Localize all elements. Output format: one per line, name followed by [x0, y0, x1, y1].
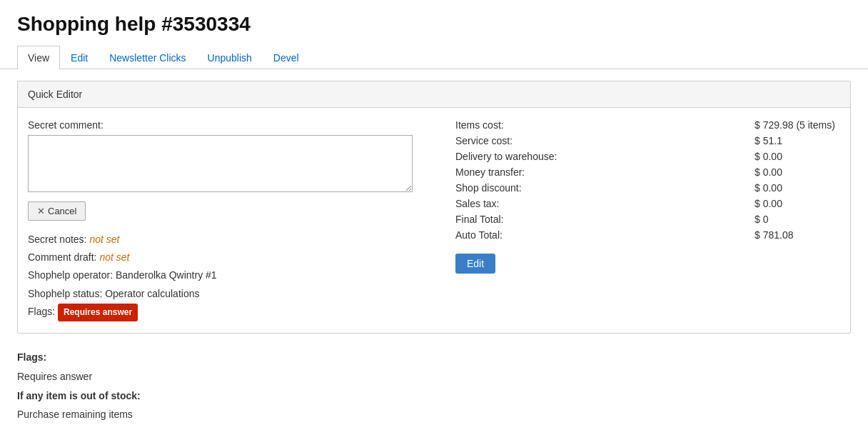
cost-value-sales-tax: $ 0.00 [755, 198, 840, 209]
cost-value-money: $ 0.00 [755, 166, 840, 178]
cancel-button[interactable]: ✕ Cancel [28, 201, 86, 221]
cancel-button-wrapper: ✕ Cancel [28, 194, 413, 221]
cost-value-items: $ 729.98 (5 items) [755, 119, 840, 131]
cost-row-delivery: Delivery to warehouse: $ 0.00 [455, 151, 840, 162]
cost-label-delivery: Delivery to warehouse: [455, 151, 755, 162]
cost-row-sales-tax: Sales tax: $ 0.00 [455, 198, 840, 209]
secret-notes-row: Secret notes: not set [28, 231, 413, 249]
tab-unpublish[interactable]: Unpublish [197, 46, 263, 69]
flags-heading: Flags: [17, 351, 46, 363]
cost-label-final: Final Total: [455, 214, 755, 225]
comment-draft-label: Comment draft: [28, 251, 96, 263]
shophelp-operator-value: Banderolka Qwintry #1 [116, 269, 217, 281]
quick-editor-panel: Quick Editor Secret comment: ✕ Cancel Se… [17, 81, 851, 334]
cost-row-discount: Shop discount: $ 0.00 [455, 182, 840, 194]
cost-row-final: Final Total: $ 0 [455, 214, 840, 225]
below-editor: Flags: Requires answer If any item is ou… [0, 345, 868, 430]
cost-row-items: Items cost: $ 729.98 (5 items) [455, 119, 840, 131]
cost-row-service: Service cost: $ 51.1 [455, 135, 840, 146]
shophelp-operator-row: Shophelp operator: Banderolka Qwintry #1 [28, 266, 413, 284]
cost-label-service: Service cost: [455, 135, 755, 146]
flags-label: Flags: [28, 306, 55, 317]
cost-value-service: $ 51.1 [755, 135, 840, 146]
cancel-label: Cancel [48, 206, 76, 216]
shophelp-status-label: Shophelp status: [28, 288, 102, 299]
quick-editor-title: Quick Editor [18, 81, 850, 108]
edit-button[interactable]: Edit [455, 254, 495, 274]
cost-value-delivery: $ 0.00 [755, 151, 840, 162]
cost-table: Items cost: $ 729.98 (5 items) Service c… [455, 119, 840, 241]
cost-label-money: Money transfer: [455, 166, 755, 178]
flags-section: Flags: [17, 348, 851, 367]
flags-row: Flags: Requires answer [28, 303, 413, 322]
secret-notes-value[interactable]: not set [89, 234, 119, 245]
secret-notes-label: Secret notes: [28, 234, 87, 245]
comment-draft-value[interactable]: not set [99, 251, 129, 263]
shophelp-status-value: Operator calculations [105, 288, 199, 299]
x-icon: ✕ [37, 206, 45, 216]
cost-label-sales-tax: Sales tax: [455, 198, 755, 209]
flags-value: Requires answer [17, 367, 851, 386]
page-title: Shopping help #3530334 [0, 0, 868, 46]
comment-draft-row: Comment draft: not set [28, 249, 413, 266]
cost-label-auto: Auto Total: [455, 229, 755, 241]
cost-label-items: Items cost: [455, 119, 755, 131]
secret-comment-input[interactable] [28, 135, 413, 192]
meta-info: Secret notes: not set Comment draft: not… [28, 231, 413, 321]
cost-row-money: Money transfer: $ 0.00 [455, 166, 840, 178]
flag-badge: Requires answer [58, 304, 138, 322]
cost-value-discount: $ 0.00 [755, 182, 840, 194]
tab-edit[interactable]: Edit [60, 46, 99, 69]
tab-bar: View Edit Newsletter Clicks Unpublish De… [0, 46, 868, 69]
shophelp-status-row: Shophelp status: Operator calculations [28, 285, 413, 303]
tab-newsletter-clicks[interactable]: Newsletter Clicks [99, 46, 196, 69]
secret-comment-label: Secret comment: [28, 119, 413, 131]
cost-row-auto: Auto Total: $ 781.08 [455, 229, 840, 241]
left-column: Secret comment: ✕ Cancel Secret notes: n… [28, 119, 427, 321]
cost-value-final: $ 0 [755, 214, 840, 225]
stock-value: Purchase remaining items [17, 405, 851, 424]
stock-heading: If any item is out of stock: [17, 390, 141, 401]
cost-value-auto: $ 781.08 [755, 229, 840, 241]
tab-devel[interactable]: Devel [263, 46, 310, 69]
tab-view[interactable]: View [17, 46, 60, 69]
quick-editor-body: Secret comment: ✕ Cancel Secret notes: n… [18, 108, 850, 333]
right-column: Items cost: $ 729.98 (5 items) Service c… [427, 119, 840, 321]
cost-label-discount: Shop discount: [455, 182, 755, 194]
shophelp-operator-label: Shophelp operator: [28, 269, 113, 281]
stock-section: If any item is out of stock: [17, 386, 851, 406]
